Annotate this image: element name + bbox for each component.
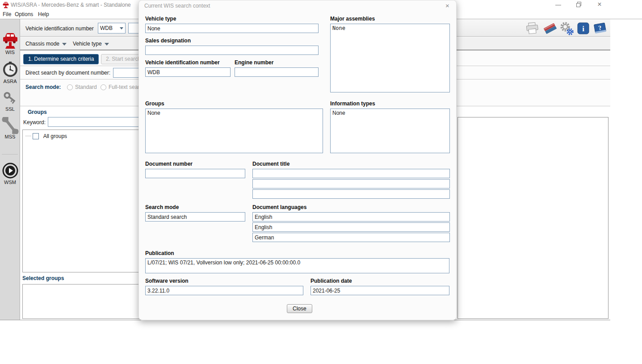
engine-number-label: Engine number: [235, 59, 273, 66]
keyword-label: Keyword:: [23, 119, 46, 126]
chassis-mode-dropdown[interactable]: Chassis mode: [25, 41, 67, 47]
sales-designation-field[interactable]: [145, 46, 319, 55]
settings-gears-icon[interactable]: [559, 21, 574, 37]
window-title: WIS/ASRA - Mercedes-Benz & smart - Stand…: [11, 2, 131, 8]
document-number-label: Document number: [145, 161, 193, 167]
vin-prefix-combobox[interactable]: WDB: [98, 23, 126, 33]
document-language-field-2[interactable]: [252, 222, 450, 232]
selected-groups-title: Selected groups: [22, 275, 64, 281]
dialog-title: Current WIS search context: [144, 3, 210, 9]
eraser-icon[interactable]: [543, 21, 557, 36]
publication-box[interactable]: L/07/21; WIS 07/21, Vollversion low only…: [145, 258, 449, 273]
play-circle-icon: [2, 174, 18, 180]
information-types-label: Information types: [330, 100, 375, 107]
publication-date-label: Publication date: [311, 278, 352, 284]
search-mode-fulltext-label: Full-text searc: [109, 84, 138, 90]
close-window-button[interactable]: ×: [593, 0, 606, 10]
chevron-down-icon: [62, 43, 67, 46]
menu-help[interactable]: Help: [38, 11, 49, 17]
software-version-field[interactable]: [145, 286, 303, 295]
chassis-mode-label: Chassis mode: [25, 41, 59, 47]
sales-designation-label: Sales designation: [145, 38, 191, 44]
sidebar-item-mss[interactable]: [2, 117, 19, 134]
print-icon[interactable]: [525, 22, 539, 36]
tree-branch-line: [25, 136, 31, 136]
vin-label: Vehicle identification number: [25, 25, 94, 32]
major-assemblies-box[interactable]: None: [330, 24, 450, 92]
document-number-field[interactable]: [145, 169, 245, 178]
sidebar-item-asra[interactable]: [2, 61, 19, 78]
vehicle-type-label: Vehicle type: [145, 16, 176, 22]
sidebar-label-wis: WIS: [0, 50, 20, 55]
sidebar-divider: [2, 154, 18, 155]
chevron-down-icon: [120, 27, 123, 29]
vehicle-type-label: Vehicle type: [73, 41, 102, 47]
dialog-groups-box[interactable]: None: [145, 109, 323, 153]
search-mode-label: Search mode:: [25, 84, 61, 90]
chevron-down-icon: [105, 43, 109, 46]
dialog-close-button[interactable]: Close: [287, 304, 312, 313]
groups-panel-title: Groups: [28, 109, 47, 115]
results-panel: [457, 117, 608, 319]
dialog-close-icon[interactable]: ×: [445, 2, 449, 9]
dialog-vin-label: Vehicle identification number: [145, 59, 220, 66]
current-wis-search-context-dialog: Current WIS search context × Vehicle typ…: [138, 0, 457, 320]
sidebar-label-asra: ASRA: [0, 79, 20, 84]
vehicle-type-dropdown[interactable]: Vehicle type: [73, 41, 109, 47]
clock-icon: [2, 73, 19, 79]
help-book-icon[interactable]: ?: [593, 21, 607, 36]
document-language-field-1[interactable]: [252, 212, 450, 222]
engine-number-field[interactable]: [235, 67, 319, 77]
vehicle-type-field[interactable]: [145, 24, 319, 33]
step1-determine-search-criteria-tab[interactable]: 1. Determine search criteria: [23, 54, 99, 64]
search-mode-fulltext-radio[interactable]: [101, 84, 106, 90]
sidebar-label-wsm: WSM: [0, 180, 20, 185]
sidebar-item-wsm[interactable]: [2, 163, 19, 180]
svg-text:i: i: [582, 25, 584, 33]
document-title-field-2[interactable]: [252, 179, 450, 188]
minimize-button[interactable]: [552, 0, 565, 10]
app-logo-car-icon: [2, 1, 9, 10]
document-title-field-3[interactable]: [252, 189, 450, 199]
menu-options[interactable]: Options: [15, 11, 33, 17]
information-types-box[interactable]: None: [330, 109, 450, 153]
dialog-search-mode-label: Search mode: [145, 204, 179, 210]
dialog-search-mode-field[interactable]: [145, 212, 245, 222]
document-title-field-1[interactable]: [252, 169, 450, 178]
document-title-label: Document title: [252, 161, 290, 167]
direct-search-label: Direct search by document number:: [25, 70, 110, 76]
publication-date-field[interactable]: [311, 286, 449, 295]
major-assemblies-label: Major assemblies: [330, 16, 375, 22]
search-mode-standard-label: Standard: [75, 84, 97, 90]
document-language-field-3[interactable]: [252, 233, 450, 242]
document-languages-label: Document languages: [252, 204, 306, 210]
sidebar-label-ssl: SSL: [0, 106, 20, 112]
sidebar-item-wis[interactable]: [2, 31, 19, 48]
app-root: WIS/ASRA - Mercedes-Benz & smart - Stand…: [0, 0, 642, 364]
all-groups-checkbox[interactable]: [33, 133, 39, 139]
sidebar-label-mss: MSS: [0, 134, 20, 139]
maximize-restore-button[interactable]: [572, 0, 586, 10]
all-groups-label: All groups: [43, 133, 67, 139]
dialog-vin-field[interactable]: [145, 67, 231, 77]
menu-file[interactable]: File: [3, 11, 11, 17]
vin-prefix-value: WDB: [100, 25, 120, 31]
publication-label: Publication: [145, 250, 174, 256]
dialog-groups-label: Groups: [145, 100, 164, 107]
info-icon[interactable]: i: [577, 22, 589, 36]
search-mode-standard-radio[interactable]: [67, 84, 73, 90]
sidebar-item-ssl[interactable]: [2, 89, 19, 106]
software-version-label: Software version: [145, 278, 189, 284]
